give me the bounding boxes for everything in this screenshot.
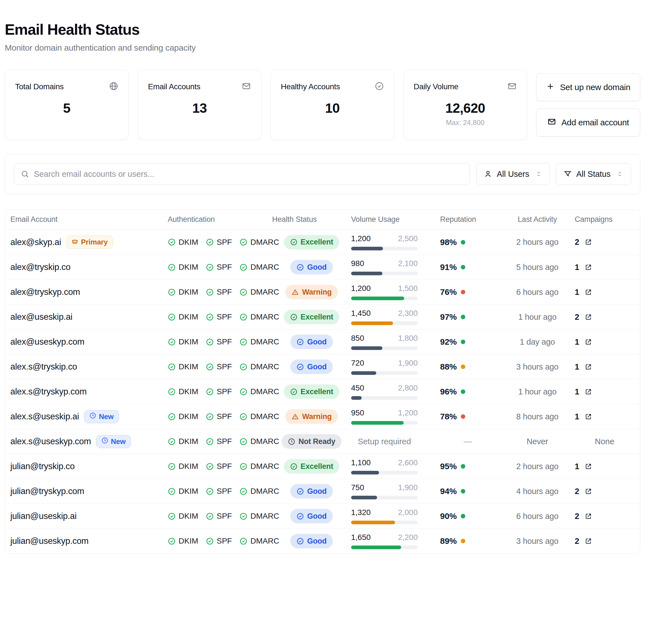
campaign-count: 1 (575, 337, 579, 347)
authentication-checks: DKIMSPFDMARC (168, 238, 272, 247)
reputation-value: 97% (440, 312, 457, 322)
volume-limit: 2,800 (398, 383, 418, 392)
stat-max-volume: Max: 24,800 (414, 118, 517, 127)
external-link-icon[interactable] (585, 264, 592, 271)
reputation-value: 92% (440, 337, 457, 347)
external-link-icon[interactable] (585, 288, 592, 296)
circle-check-icon (375, 81, 384, 92)
auth-check-spf: SPF (206, 487, 232, 496)
auth-check-spf: SPF (206, 537, 232, 546)
reputation: 91% (440, 262, 503, 272)
add-email-account-button[interactable]: Add email account (536, 108, 640, 136)
external-link-icon[interactable] (585, 238, 592, 246)
page-subtitle: Monitor domain authentication and sendin… (5, 43, 640, 53)
actions-column: Set up new domain Add email account (536, 70, 640, 140)
reputation-dot (461, 340, 465, 344)
reputation-dot (461, 514, 465, 519)
users-filter-dropdown[interactable]: All Users (476, 163, 550, 185)
volume-used: 950 (351, 408, 364, 417)
last-activity: 3 hours ago (503, 537, 572, 546)
external-link-icon[interactable] (585, 463, 592, 470)
external-link-icon[interactable] (585, 388, 592, 395)
search-input[interactable] (14, 163, 470, 185)
search-filter-bar: All Users All Status (5, 154, 640, 194)
health-status-badge: Warning (285, 409, 338, 424)
reputation-value: 95% (440, 461, 457, 471)
table-row[interactable]: alex.s@tryskyp.com DKIMSPFDMARC Excellen… (5, 379, 640, 404)
external-link-icon[interactable] (585, 488, 592, 495)
external-link-icon[interactable] (585, 338, 592, 346)
last-activity: 1 hour ago (503, 387, 572, 396)
volume-usage: 1,200 1,500 (351, 284, 418, 300)
column-header: Authentication (168, 215, 272, 224)
volume-usage: 1,100 2,600 (351, 458, 418, 474)
campaign-count: 2 (575, 238, 579, 247)
volume-used: 1,200 (351, 234, 371, 243)
external-link-icon[interactable] (585, 538, 592, 545)
table-row[interactable]: alex@tryskip.co DKIMSPFDMARC Good 980 2,… (5, 255, 640, 280)
setup-new-domain-button[interactable]: Set up new domain (536, 73, 640, 101)
auth-check-spf: SPF (206, 312, 232, 321)
table-row[interactable]: julian@tryskyp.com DKIMSPFDMARC Good 750… (5, 479, 640, 504)
volume-used: 750 (351, 483, 364, 492)
table-row[interactable]: alex@useskip.ai DKIMSPFDMARC Excellent 1… (5, 304, 640, 329)
reputation-dot (461, 489, 465, 494)
table-row[interactable]: alex.s@useskyp.com New DKIMSPFDMARC Not … (5, 429, 640, 454)
stat-label: Daily Volume (414, 82, 459, 91)
table-row[interactable]: alex@useskyp.com DKIMSPFDMARC Good 850 1… (5, 329, 640, 354)
reputation-dot (461, 240, 465, 245)
reputation-dot (461, 315, 465, 319)
reputation-value: 78% (440, 412, 457, 421)
primary-badge: Primary (66, 236, 113, 249)
table-row[interactable]: julian@useskip.ai DKIMSPFDMARC Good 1,32… (5, 504, 640, 529)
reputation-value: 90% (440, 512, 457, 521)
external-link-icon[interactable] (585, 313, 592, 321)
volume-limit: 2,100 (398, 259, 418, 268)
auth-check-spf: SPF (206, 512, 232, 521)
health-status-badge: Excellent (284, 310, 340, 324)
reputation-value: 94% (440, 487, 457, 496)
last-activity: 1 hour ago (503, 312, 572, 322)
health-status-badge: Good (290, 359, 333, 374)
auth-check-dkim: DKIM (168, 412, 198, 421)
health-status-badge: Excellent (284, 384, 340, 399)
volume-limit: 1,500 (398, 284, 418, 293)
external-link-icon[interactable] (585, 413, 592, 420)
volume-progress-bar (351, 421, 418, 425)
reputation-dot (461, 290, 465, 294)
authentication-checks: DKIMSPFDMARC (168, 437, 272, 446)
email-accounts-table: Email AccountAuthenticationHealth Status… (5, 209, 640, 554)
table-row[interactable]: alex.s@useskip.ai New DKIMSPFDMARC Warni… (5, 404, 640, 429)
volume-usage: 450 2,800 (351, 383, 418, 400)
auth-check-dkim: DKIM (168, 312, 198, 321)
table-row[interactable]: alex@tryskyp.com DKIMSPFDMARC Warning 1,… (5, 280, 640, 304)
plus-icon (546, 82, 555, 93)
external-link-icon[interactable] (585, 363, 592, 371)
reputation-value: 89% (440, 536, 457, 546)
stat-label: Healthy Accounts (281, 82, 340, 91)
reputation-value: 98% (440, 238, 457, 247)
authentication-checks: DKIMSPFDMARC (168, 537, 272, 546)
table-row[interactable]: julian@useskyp.com DKIMSPFDMARC Good 1,6… (5, 529, 640, 553)
status-filter-dropdown[interactable]: All Status (556, 163, 631, 185)
table-row[interactable]: alex@skyp.ai Primary DKIMSPFDMARC Excell… (5, 230, 640, 255)
table-row[interactable]: julian@tryskip.co DKIMSPFDMARC Excellent… (5, 454, 640, 479)
table-row[interactable]: alex.s@tryskip.co DKIMSPFDMARC Good 720 … (5, 354, 640, 379)
reputation: 98% (440, 238, 503, 247)
authentication-checks: DKIMSPFDMARC (168, 462, 272, 471)
volume-used: 1,650 (351, 533, 371, 542)
volume-progress-bar (351, 521, 418, 524)
campaign-count: 2 (575, 312, 579, 322)
auth-check-spf: SPF (206, 462, 232, 471)
stat-value: 12,620 (414, 100, 517, 116)
stat-label: Total Domains (15, 82, 64, 91)
auth-check-spf: SPF (206, 238, 232, 247)
auth-check-dkim: DKIM (168, 288, 198, 297)
email-address: alex@useskip.ai (10, 312, 72, 322)
external-link-icon[interactable] (585, 513, 592, 520)
volume-used: 1,100 (351, 458, 371, 467)
stat-value: 13 (148, 100, 251, 116)
reputation-dot (461, 265, 465, 269)
column-header: Health Status (272, 215, 351, 224)
status-filter-label: All Status (577, 170, 611, 179)
